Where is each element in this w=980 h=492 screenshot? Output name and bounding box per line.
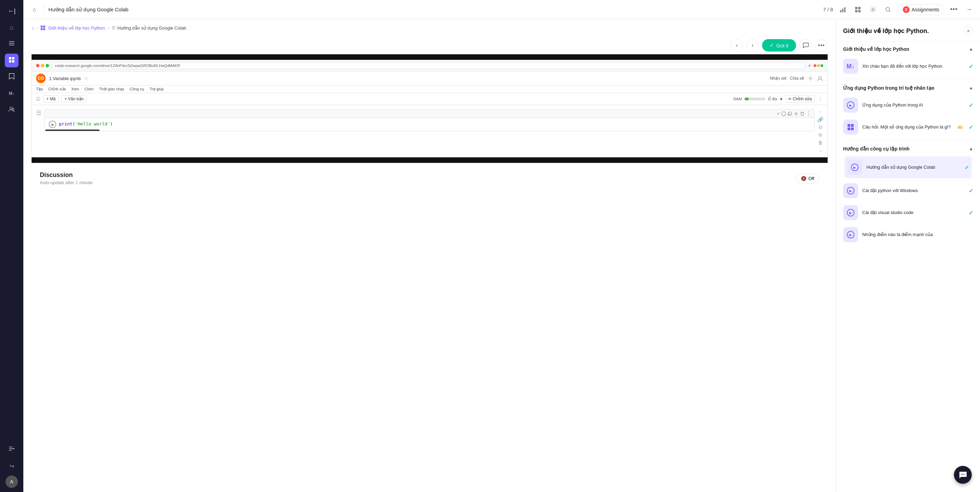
sidebar: ←| ⌂ M↓ ↪ A (0, 0, 23, 492)
tooltip-line1: Chạy (Ctrl+Enter) (48, 131, 97, 131)
cell-more[interactable]: ⋮ (806, 110, 811, 117)
comment-btn[interactable] (800, 39, 812, 51)
menu-insert[interactable]: Chèn (84, 87, 93, 91)
lesson-content: colab.research.google.com/drive/1ZAhPdcc… (23, 54, 836, 202)
md-icon: M↓ (846, 63, 855, 70)
next-btn[interactable]: → (964, 4, 975, 15)
breadcrumb-course-name: Giới thiệu về lớp học Python. (48, 26, 106, 30)
list-item[interactable]: ▶ Cài đặt python với Windows ✓ (836, 180, 980, 202)
list-item[interactable]: M↓ Xin chào bạn đã đến với lớp học Pytho… (836, 55, 980, 77)
lesson-thumb-quiz (843, 120, 858, 135)
colab-browser-bar: colab.research.google.com/drive/1ZAhPdcc… (32, 60, 827, 72)
add-text-btn[interactable]: + Văn bản (61, 95, 86, 103)
list-item-active[interactable]: ▶ Hướng dẫn sử dụng Google Colab ✓ (845, 157, 972, 178)
grid-btn[interactable] (852, 4, 863, 15)
section-ai-header[interactable]: Ứng dụng Python trong trí tuệ nhân tạo ▲ (836, 80, 980, 94)
notify-label: Off (808, 176, 814, 181)
menu-help[interactable]: Trợ giúp (150, 87, 164, 91)
list-item[interactable]: ▶ Ứng dụng của Python trong AI ✓ (836, 94, 980, 116)
lesson-name: Những điểm nào là điểm mạnh của (862, 232, 933, 237)
bar-chart-icon (840, 6, 846, 13)
sidebar-item-bookmark[interactable] (5, 70, 19, 84)
svg-point-8 (12, 108, 14, 110)
cell-toolbar: ✓ ⋮ (45, 110, 814, 118)
bar-chart-btn[interactable] (837, 4, 848, 15)
svg-rect-11 (9, 450, 12, 451)
disk-label: Ổ đĩa (768, 97, 777, 101)
settings-btn[interactable] (867, 4, 878, 15)
list-item[interactable]: ▶ Những điểm nào là điểm mạnh của (836, 224, 980, 246)
svg-rect-10 (9, 448, 14, 449)
more-options-btn[interactable]: ••• (948, 4, 959, 15)
section-ai-chevron: ▲ (969, 86, 973, 90)
add-code-label: + Mã (46, 97, 56, 101)
svg-rect-14 (844, 7, 845, 12)
discussion-info: Discussion Auto-update after 1 minute (40, 171, 93, 185)
browser-dots (36, 64, 49, 67)
svg-rect-1 (9, 43, 14, 44)
sidebar-item-menu-more[interactable] (5, 442, 19, 456)
next-lesson-btn[interactable]: › (746, 39, 759, 51)
toolbar-more[interactable]: ⋮ (818, 96, 823, 102)
lesson-info: Những điểm nào là điểm mạnh của (862, 231, 973, 238)
sidebar-item-lessons[interactable] (5, 37, 19, 51)
sidebar-item-users[interactable] (5, 103, 19, 117)
list-item[interactable]: ▶ Cài đặt visual studio code ✓ (836, 202, 980, 224)
breadcrumb-course[interactable]: Giới thiệu về lớp học Python. (40, 25, 106, 31)
cell-up-icon: ↑ (819, 109, 821, 115)
svg-rect-5 (9, 60, 11, 62)
sidebar-item-logout[interactable]: ↪ (5, 459, 19, 473)
notify-btn[interactable]: 🔕 Off (796, 174, 819, 184)
address-bar[interactable]: colab.research.google.com/drive/1ZAhPdcc… (52, 62, 805, 69)
lesson-thumb-win: ▶ (843, 183, 858, 198)
assignments-button[interactable]: 0 Assignments (898, 4, 944, 15)
code-text: print('Hello world') (59, 121, 113, 126)
list-item[interactable]: Câu hỏi: Một số ứng dụng của Python là g… (836, 116, 980, 138)
breadcrumb-home[interactable]: ⌂ (32, 26, 34, 30)
grid-icon (8, 56, 15, 65)
play-icon: ▶ (847, 101, 854, 109)
prev-lesson-btn[interactable]: ‹ (730, 39, 743, 51)
run-button[interactable]: ▶ (49, 121, 56, 128)
cell-settings-icon: ⚙ (818, 132, 822, 138)
toolbar-chevron: ▾ (780, 96, 782, 102)
cell-delete-icon: 🗑 (818, 140, 823, 145)
svg-point-7 (10, 107, 12, 109)
search-btn[interactable] (883, 4, 894, 15)
svg-rect-6 (12, 60, 14, 62)
sidebar-item-grid[interactable] (5, 54, 19, 67)
menu-file[interactable]: Tệp (36, 87, 43, 91)
sidebar-item-markdown[interactable]: M↓ (5, 86, 19, 100)
avatar[interactable]: A (5, 476, 18, 488)
active-item-wrapper: ▶ Hướng dẫn sử dụng Google Colab ✓ (836, 155, 980, 180)
menu-view[interactable]: Xem (72, 87, 79, 91)
svg-point-27 (819, 76, 821, 79)
cell-down-icon: ↓ (819, 147, 821, 153)
edit-btn[interactable]: ✏ Chỉnh sửa (785, 95, 815, 103)
got-it-button[interactable]: ✓ Got it (762, 39, 796, 51)
svg-point-20 (886, 7, 889, 11)
menu-edit[interactable]: Chỉnh sửa (48, 87, 66, 91)
play-icon-vscode: ▶ (847, 209, 854, 216)
section-intro-header[interactable]: Giới thiệu về lớp học Python ▲ (836, 42, 980, 55)
lesson-name: Câu hỏi: Một số ứng dụng của Python là g… (862, 125, 951, 129)
sidebar-item-home[interactable]: ⌂ (5, 21, 19, 34)
dot-green (46, 64, 49, 67)
lesson-area: ⌂ › Giới thiệu về lớp học Python. › ▽ Hư… (23, 19, 836, 492)
cell-side-nav: ↑ 🔗 ⧉ ⚙ 🗑 ↓ (817, 109, 823, 153)
sidebar-toggle-colab: ☰ (36, 109, 41, 117)
topbar-home-btn[interactable]: ⌂ (29, 4, 40, 15)
more-options-lesson-btn[interactable]: ••• (815, 39, 828, 51)
add-code-btn[interactable]: + Mã (43, 95, 59, 103)
panel-close-btn[interactable]: × (964, 26, 973, 36)
section-tools-header[interactable]: Hướng dẫn công cụ lập trình ▲ (836, 141, 980, 155)
sidebar-toggle[interactable]: ←| (5, 4, 19, 18)
chat-fab[interactable] (954, 466, 972, 484)
lesson-info: Câu hỏi: Một số ứng dụng của Python là g… (862, 124, 954, 130)
svg-line-21 (889, 11, 891, 12)
lesson-controls: ‹ › ✓ Got it ••• (23, 37, 836, 54)
breadcrumb-lesson-icon: ▽ (112, 26, 115, 30)
menu-tools[interactable]: Công cụ (130, 87, 144, 91)
code-close: ) (110, 121, 113, 126)
menu-runtime[interactable]: Thời gian chạy (99, 87, 124, 91)
